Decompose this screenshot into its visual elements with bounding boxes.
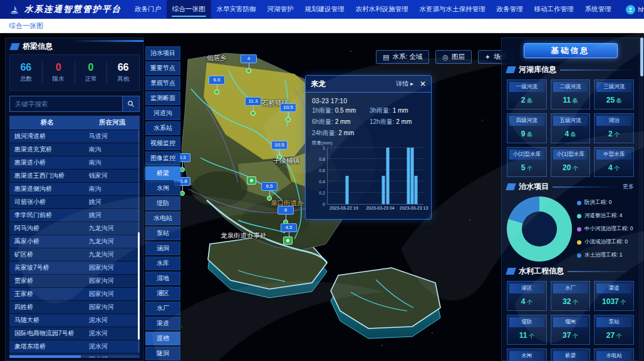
info-cell: 四级河流9 条 bbox=[507, 113, 547, 143]
camera-icon[interactable] bbox=[283, 236, 293, 245]
nav-item-5[interactable]: 农村水利设施管理 bbox=[350, 0, 414, 19]
info-cell: 堰闸37 个 bbox=[551, 315, 591, 345]
bridge-stats: 66总数0限水0正常66其他 bbox=[9, 54, 140, 91]
breadcrumb[interactable]: 综合一张图 bbox=[9, 21, 43, 31]
category-item-15[interactable]: 湿地 bbox=[145, 272, 180, 285]
info-cell-unit: 个 bbox=[571, 165, 578, 171]
nav-item-7[interactable]: 政务管理 bbox=[491, 0, 529, 19]
info-cell-value: 2 个 bbox=[596, 130, 631, 139]
info-cell-label: 堤防 bbox=[509, 317, 544, 327]
close-icon[interactable]: ✕ bbox=[420, 79, 426, 88]
category-item-1[interactable]: 重要节点 bbox=[145, 61, 180, 75]
table-row[interactable]: 司留张小桥姚河 bbox=[9, 196, 140, 208]
category-item-5[interactable]: 水系站 bbox=[145, 121, 180, 135]
info-cell-unit: 个 bbox=[571, 299, 578, 305]
category-item-16[interactable]: 灌区 bbox=[145, 287, 180, 300]
category-item-0[interactable]: 治水项目 bbox=[145, 46, 180, 60]
category-item-7[interactable]: 图像监控 bbox=[145, 151, 180, 165]
nav-item-8[interactable]: 移动工作管理 bbox=[529, 0, 579, 19]
rain-metric-value: 1 mm bbox=[393, 107, 408, 114]
water-level-marker[interactable]: 10.5 bbox=[280, 100, 296, 122]
scrollbar-thumb[interactable] bbox=[138, 232, 140, 339]
table-row[interactable]: 矿区桥九龙沟河 bbox=[9, 248, 140, 261]
water-level-marker[interactable]: 11.3 bbox=[245, 94, 261, 116]
table-row[interactable]: 王家桥园家沟河 bbox=[9, 288, 140, 300]
page-scrollbar[interactable] bbox=[640, 38, 643, 361]
category-item-13[interactable]: 涵洞 bbox=[145, 242, 180, 255]
table-row[interactable]: 四姓桥园家沟河 bbox=[9, 301, 140, 313]
category-item-12[interactable]: 泵站 bbox=[145, 226, 180, 240]
category-item-4[interactable]: 河道沟 bbox=[145, 106, 180, 120]
nav-item-6[interactable]: 水资源与水土保持管理 bbox=[414, 0, 491, 19]
scrollbar-thumb[interactable] bbox=[9, 355, 81, 358]
water-level-marker[interactable]: 6.5 bbox=[209, 73, 225, 94]
table-row[interactable]: 禹家小桥九龙沟河 bbox=[9, 235, 140, 248]
bridge-panel-header: 桥梁信息 bbox=[6, 38, 143, 54]
marker-pin-icon bbox=[246, 68, 251, 73]
nav-item-0[interactable]: 政务门户 bbox=[129, 0, 167, 19]
category-item-3[interactable]: 监测断面 bbox=[145, 91, 180, 105]
search-input[interactable] bbox=[9, 96, 123, 112]
map-control-1[interactable]: ◎图层 bbox=[435, 50, 472, 64]
water-level-marker[interactable]: 10.5 bbox=[271, 138, 288, 160]
stat-label: 限水 bbox=[43, 75, 75, 83]
table-row[interactable]: 惠渠道充宽桥南沟 bbox=[9, 143, 140, 156]
bridge-panel-title: 桥梁信息 bbox=[23, 41, 53, 52]
category-item-14[interactable]: 水库 bbox=[145, 257, 180, 270]
info-cell-value: 11 条 bbox=[553, 96, 588, 105]
table-row[interactable]: 吴家坡7号桥园家沟河 bbox=[9, 262, 140, 274]
popup-details-link[interactable]: 详情 ▸ bbox=[396, 79, 413, 88]
project-section-header: 治水项目 更多 bbox=[507, 181, 634, 192]
category-item-20[interactable]: 隧洞 bbox=[145, 347, 180, 360]
search-button[interactable] bbox=[123, 96, 140, 112]
category-item-11[interactable]: 水电站 bbox=[145, 211, 180, 225]
legend-dot bbox=[577, 214, 581, 218]
info-cell: 小(1)型水库20 个 bbox=[551, 147, 591, 177]
info-cell: 小(2)型水库5 个 bbox=[507, 147, 547, 177]
water-level-marker[interactable]: 4 bbox=[241, 51, 257, 73]
nav-item-1[interactable]: 综合一张图 bbox=[167, 0, 211, 19]
category-item-10[interactable]: 堤防 bbox=[145, 196, 180, 210]
camera-icon[interactable] bbox=[247, 176, 256, 185]
nav-item-4[interactable]: 规划建设管理 bbox=[299, 0, 350, 19]
info-cell-value: 11 个 bbox=[509, 331, 544, 340]
nav-item-2[interactable]: 水旱灾害防御 bbox=[211, 0, 262, 19]
project-legend: 防洪工程: 0河道整治工程: 4中小河流治理工程: 0小流域治理工程: 0水土治… bbox=[577, 199, 634, 259]
info-cell-label: 渠道 bbox=[596, 283, 631, 293]
info-cell-unit: 个 bbox=[615, 333, 622, 339]
chart-x-tick: 2023-03-22 19 bbox=[330, 206, 358, 210]
category-item-6[interactable]: 视频监控 bbox=[145, 136, 180, 150]
table-row[interactable]: 惠渠道小桥南沟 bbox=[9, 156, 140, 169]
table-row[interactable]: 姚河湾道桥马道河 bbox=[9, 130, 140, 143]
nav-item-3[interactable]: 河湖管护 bbox=[262, 0, 299, 19]
table-horizontal-scrollbar[interactable] bbox=[9, 355, 140, 358]
table-row[interactable]: 惠渠道王西门沟桥钱家河 bbox=[9, 170, 140, 182]
info-cell-label: 桥梁 bbox=[553, 351, 588, 361]
info-cell-value: 1037 个 bbox=[596, 297, 631, 307]
category-item-19[interactable]: 渡槽 bbox=[145, 332, 180, 345]
category-item-9[interactable]: 水闸 bbox=[145, 181, 180, 195]
marker-value-tag: 6 bbox=[278, 206, 294, 215]
scrollbar-thumb[interactable] bbox=[640, 38, 643, 76]
table-row[interactable]: 象塔东塔桥泥水河 bbox=[9, 340, 140, 353]
table-row[interactable]: 国际电商物流园7号桥泥水河 bbox=[9, 327, 140, 340]
map-extrusion-se bbox=[331, 268, 440, 338]
table-vertical-scrollbar[interactable] bbox=[138, 130, 140, 353]
bridge-name-cell: 矿区桥 bbox=[9, 250, 85, 259]
table-row[interactable]: 阿马沟桥九龙沟河 bbox=[9, 222, 140, 235]
nav-item-9[interactable]: 系统管理 bbox=[579, 0, 617, 19]
category-item-2[interactable]: 景观节点 bbox=[145, 76, 180, 90]
table-row[interactable]: 马随大桥泥水河 bbox=[9, 314, 140, 327]
stat-label: 其他 bbox=[107, 75, 139, 83]
table-row[interactable]: 惠渠道侧沟桥南沟 bbox=[9, 183, 140, 195]
basic-info-tab[interactable]: 基础信息 bbox=[524, 43, 618, 58]
water-level-marker[interactable]: 6.5 bbox=[261, 179, 278, 201]
category-item-8[interactable]: 桥梁 bbox=[145, 166, 180, 180]
map-control-0[interactable]: ▤水系: 全域 bbox=[376, 50, 429, 64]
user-menu[interactable]: hhzb42080201 ∨ bbox=[617, 5, 644, 14]
category-item-17[interactable]: 水厂 bbox=[145, 302, 180, 315]
more-link[interactable]: 更多 bbox=[623, 183, 634, 191]
table-row[interactable]: 贾家桥园家沟河 bbox=[9, 275, 140, 287]
table-row[interactable]: 李学民门前桥姚河 bbox=[9, 209, 140, 221]
category-item-18[interactable]: 渠道 bbox=[145, 317, 180, 330]
